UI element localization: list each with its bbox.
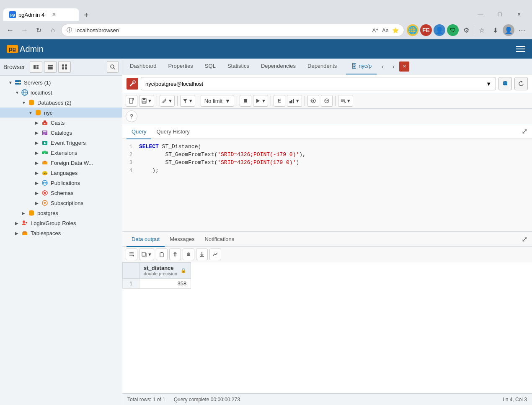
row-number: 1 xyxy=(123,279,139,289)
browser-icon-5: ⚙ xyxy=(460,24,472,36)
tab-statistics[interactable]: Statistics xyxy=(222,59,255,74)
browser-icon-2: FE xyxy=(420,24,432,36)
profile-icon[interactable]: 👤 xyxy=(503,24,514,36)
sidebar-btn-2[interactable] xyxy=(44,61,57,73)
svg-rect-2 xyxy=(36,67,39,69)
tree-item-casts[interactable]: ▶ Casts xyxy=(0,118,122,128)
new-tab-button[interactable]: + xyxy=(80,9,92,21)
sidebar-btn-3[interactable] xyxy=(58,61,71,73)
tree-item-nyc[interactable]: ▼ nyc xyxy=(0,108,122,118)
help-button[interactable]: ? xyxy=(126,110,137,122)
svg-rect-8 xyxy=(62,67,64,69)
downloads-icon[interactable]: ⬇ xyxy=(489,24,501,36)
svg-rect-88 xyxy=(160,253,163,257)
no-limit-dropdown[interactable]: No limit ▼ xyxy=(201,95,234,107)
connection-selector[interactable]: nyc/postgres@localhost ▼ xyxy=(141,77,496,90)
address-bar[interactable]: ⓘ localhost/browser/ A⁺ Aa ⭐ xyxy=(61,24,404,36)
notifications-tab[interactable]: Notifications xyxy=(199,232,239,247)
tab-prev-arrow[interactable]: ‹ xyxy=(377,62,387,72)
sidebar-btn-1[interactable] xyxy=(30,61,42,73)
tree-item-fdw[interactable]: ▶ Foreign Data W... xyxy=(0,158,122,168)
hamburger-menu[interactable] xyxy=(516,46,525,52)
maximize-button[interactable]: □ xyxy=(490,8,509,21)
svg-point-43 xyxy=(43,182,44,184)
edit-btn[interactable]: ▼ xyxy=(160,95,175,107)
delete-btn[interactable] xyxy=(169,249,181,260)
menu-icon[interactable]: ⋯ xyxy=(516,24,528,36)
svg-point-44 xyxy=(45,182,47,184)
browser-tab[interactable]: pg pgAdmin 4 × xyxy=(3,8,79,21)
tab-dependents[interactable]: Dependents xyxy=(302,59,343,74)
results-expand-btn[interactable]: ⤢ xyxy=(522,235,528,244)
tree-item-extensions[interactable]: ▶ Extensions xyxy=(0,148,122,158)
svg-rect-9 xyxy=(65,67,67,69)
tree-item-catalogs[interactable]: ▶ Catalogs xyxy=(0,128,122,138)
run-btn[interactable]: ▼ xyxy=(253,95,268,107)
back-button[interactable]: ← xyxy=(4,24,16,36)
query-tab[interactable]: Query xyxy=(127,124,151,139)
active-tab[interactable]: 🗄 nyc/p xyxy=(346,59,377,74)
svg-point-27 xyxy=(44,123,46,124)
tree-item-tablespaces[interactable]: ▶ Tablespaces xyxy=(0,228,122,238)
query-history-tab[interactable]: Query History xyxy=(151,124,194,139)
explain-btn[interactable]: E xyxy=(274,95,285,107)
stop-btn[interactable] xyxy=(240,95,251,107)
rollback-btn[interactable] xyxy=(321,95,333,107)
graph-btn[interactable] xyxy=(209,249,221,260)
svg-text:abc: abc xyxy=(44,172,48,174)
tree-item-servers[interactable]: ▼ Servers (1) xyxy=(0,77,122,87)
svg-rect-30 xyxy=(43,133,46,133)
tree-item-databases[interactable]: ▼ Databases (2) xyxy=(0,97,122,108)
browser-icon-4: 🛡 xyxy=(447,24,459,36)
svg-rect-64 xyxy=(143,98,145,100)
db-connect-icon[interactable] xyxy=(498,77,512,90)
query-expand-btn[interactable]: ⤢ xyxy=(522,127,528,136)
tree-item-event-triggers[interactable]: ▶ Event Triggers xyxy=(0,138,122,148)
svg-marker-69 xyxy=(256,99,260,103)
tab-sql[interactable]: SQL xyxy=(199,59,222,74)
svg-rect-89 xyxy=(161,252,163,253)
col-header-st-distance[interactable]: st_distance double precision 🔒 xyxy=(139,263,191,279)
sidebar-search-btn[interactable] xyxy=(107,61,119,73)
svg-rect-36 xyxy=(44,151,46,153)
tree-item-loginroles[interactable]: ▶ Login/Group Roles xyxy=(0,218,122,228)
svg-rect-65 xyxy=(143,101,145,103)
refresh-button[interactable]: ↻ xyxy=(33,24,44,36)
close-button[interactable]: × xyxy=(509,8,529,21)
explain-analyze-btn[interactable]: ▼ xyxy=(287,95,302,107)
tab-next-arrow[interactable]: › xyxy=(388,62,398,72)
messages-tab[interactable]: Messages xyxy=(165,232,199,247)
new-file-btn[interactable] xyxy=(126,95,137,107)
filter-btn[interactable]: ▼ xyxy=(180,95,195,107)
data-output-tab[interactable]: Data output xyxy=(127,232,165,247)
tree-item-languages[interactable]: ▶ abc Languages xyxy=(0,168,122,178)
code-editor[interactable]: 1 SELECT ST_Distance( 2 ST_GeomFromText(… xyxy=(122,139,532,231)
tab-properties[interactable]: Properties xyxy=(163,59,199,74)
tree-item-subscriptions[interactable]: ▶ Subscriptions xyxy=(0,198,122,208)
macros-btn[interactable]: ▼ xyxy=(338,95,353,107)
svg-rect-31 xyxy=(43,134,45,135)
svg-rect-5 xyxy=(48,68,53,69)
tab-close-btn[interactable]: × xyxy=(52,11,56,18)
download-btn[interactable] xyxy=(196,249,208,260)
save-data-btn[interactable] xyxy=(183,249,194,260)
query-refresh-icon[interactable] xyxy=(514,77,528,90)
tree-item-localhost[interactable]: ▼ localhost xyxy=(0,87,122,97)
favorites-icon[interactable]: ☆ xyxy=(476,24,488,36)
tree-item-publications[interactable]: ▶ Publications xyxy=(0,178,122,188)
save-btn[interactable]: ▼ xyxy=(139,95,154,107)
tab-dashboard[interactable]: Dashboard xyxy=(124,59,163,74)
tree-item-postgres[interactable]: ▶ postgres xyxy=(0,208,122,218)
paste-btn[interactable] xyxy=(156,249,168,260)
home-button[interactable]: ⌂ xyxy=(47,24,59,36)
add-row-btn[interactable] xyxy=(126,249,137,260)
minimize-button[interactable]: — xyxy=(471,8,490,21)
tab-dependencies[interactable]: Dependencies xyxy=(255,59,302,74)
tree-item-schemas[interactable]: ▶ Schemas xyxy=(0,188,122,198)
forward-button[interactable]: → xyxy=(18,24,30,36)
svg-point-15 xyxy=(19,83,20,84)
table-row: 1 358 xyxy=(123,279,191,289)
commit-btn[interactable] xyxy=(307,95,319,107)
tab-close-x[interactable]: ✕ xyxy=(399,62,409,72)
copy-btn[interactable]: ▼ xyxy=(139,249,154,260)
